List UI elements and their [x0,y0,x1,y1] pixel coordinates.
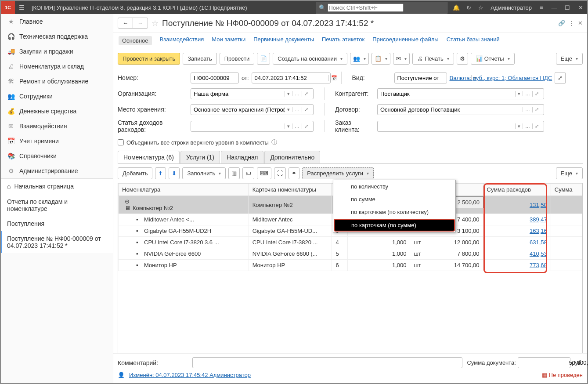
income-input[interactable] [194,123,285,130]
contr-input[interactable] [380,91,515,97]
nav-item[interactable]: 🎧Техническая поддержка [1,29,113,44]
maximize-button[interactable]: ☐ [561,4,574,11]
col-expenses[interactable]: Сумма расходов [483,184,551,196]
minimize-button[interactable]: — [548,4,561,11]
nav-item[interactable]: ★Главное [1,14,113,29]
barcode-button[interactable]: ▥ [228,167,240,179]
menu-by-cards-qty[interactable]: по карточкам (по количеству) [333,206,455,218]
settings-icon[interactable]: ≡ [535,4,548,11]
linkbar-item[interactable]: Статьи базы знаний [447,36,500,45]
expand-icon[interactable]: ⤢ [555,72,566,84]
expense-link[interactable]: 410,53 [530,250,547,257]
nav-item[interactable]: ⚙Администрирование [1,163,113,178]
forward-icon[interactable]: → [133,18,148,28]
linkbar-item[interactable]: Присоединенные файлы [372,36,439,45]
nav-item[interactable]: 💰Денежные средства [1,104,113,119]
col-name[interactable]: Номенклатура [119,184,249,196]
link-icon[interactable]: 🔗 [558,20,565,26]
expense-link[interactable]: 773,68 [530,262,547,268]
menu-by-cards-sum[interactable]: по карточкам (по сумме) [334,219,455,232]
expense-link[interactable]: 163,16 [530,228,547,234]
keyboard-button[interactable]: ⌨ [257,167,271,179]
users-icon-button[interactable]: 👥 [350,53,369,65]
expense-link[interactable]: 131,58 [530,202,547,208]
expand-button[interactable]: ⛶ [274,167,286,179]
linkbar-item[interactable]: Мои заметки [212,36,245,45]
nav-item[interactable]: ✉Взаимодействия [1,119,113,134]
close-button[interactable]: ✕ [574,4,587,11]
comment-input[interactable] [195,359,459,366]
nav-icon: 🖨 [7,63,15,70]
move-down-button[interactable]: ⬇ [169,167,180,179]
linkbar-item[interactable]: Печать этикеток [322,36,364,45]
info-icon[interactable]: ⓘ [271,138,277,146]
linkbar-item[interactable]: Основное [119,36,152,45]
expense-link[interactable]: 389,47 [530,216,547,223]
linkbar-item[interactable]: Взаимодействия [160,36,204,45]
content: ←→ ☆ Поступление № НФ00-000009 от 04.07.… [113,14,587,383]
doc-icon-button[interactable]: 📄 [257,53,270,65]
subtab[interactable]: Услуги (1) [180,151,220,163]
global-search[interactable]: 🔍 [316,2,447,14]
save-button[interactable]: Записать [183,53,217,65]
nav-item[interactable]: 🛠Ремонт и обслуживание [1,74,113,89]
nav-item[interactable]: 📅Учет времени [1,134,113,149]
tag-button[interactable]: 🏷 [242,167,254,179]
back-icon[interactable]: ← [118,18,133,28]
create-based-button[interactable]: Создать на основании [273,53,347,65]
table-row[interactable]: ▪CPU Intel Core i7-3820 3.6 ...CPU Intel… [119,237,582,248]
reports-button[interactable]: 📊 Отчеты [471,53,515,65]
distribute-button[interactable]: Распределить услуги [302,167,374,179]
col-card[interactable]: Карточка номенклатуры [249,184,332,196]
search-input[interactable] [328,4,404,12]
org-input[interactable] [194,91,285,97]
nav-back-forward[interactable]: ←→ [118,18,148,29]
table-more-button[interactable]: Еще [556,167,583,179]
bell-icon[interactable]: 🔔 [450,4,462,11]
subtab[interactable]: Дополнительно [264,151,320,163]
fill-button[interactable]: Заполнить [182,167,226,179]
table-row[interactable]: ▪Монитор HPМонитор HP61,000шт14 700,0077… [119,260,582,271]
copy-icon-button[interactable]: 📋 [372,53,390,65]
currency-link[interactable]: Валюта: руб., курс: 1; Облагается НДС [450,75,552,81]
subnav-open-doc[interactable]: Поступление № НФ00-000009 от 04.07.2023 … [1,231,113,253]
contract-input[interactable] [380,106,523,113]
menu-by-qty[interactable]: по количеству [333,180,455,193]
move-up-button[interactable]: ⬆ [155,167,166,179]
calendar-icon[interactable]: 📅 [328,75,339,81]
menu-icon[interactable]: ☰ [15,4,28,11]
nav-item[interactable]: 📚Справочники [1,149,113,163]
star-icon[interactable]: ☆ [475,4,487,11]
post-button[interactable]: Провести [220,53,255,65]
favorite-icon[interactable]: ☆ [152,18,159,28]
table-row[interactable]: ▪NVIDIA GeForce 6600NVIDIA GeForce 6600 … [119,248,582,260]
nav-item[interactable]: 👥Сотрудники [1,89,113,104]
history-icon[interactable]: ↻ [462,4,475,11]
subtab[interactable]: Номенклатура (6) [118,151,180,163]
post-close-button[interactable]: Провести и закрыть [118,53,180,65]
nav-item[interactable]: 🖨Номенклатура и склад [1,59,113,74]
combine-checkbox[interactable] [118,139,124,145]
changed-link[interactable]: Изменён: 04.07.2023 17:45:42 Администрат… [129,372,251,378]
linkbar-item[interactable]: Первичные документы [253,36,314,45]
nav-item[interactable]: 🚚Закупки и продажи [1,44,113,59]
expense-link[interactable]: 631,58 [530,239,547,246]
more-icon[interactable]: ⋮ [569,20,574,26]
close-tab-icon[interactable]: ✕ [578,20,583,26]
print-button[interactable]: 🖨 Печать [412,53,454,65]
subtab[interactable]: Накладная [221,151,263,163]
order-input[interactable] [380,123,515,130]
subnav-reports[interactable]: Отчеты по складам и номенклатуре [1,194,113,216]
date-input[interactable] [255,75,328,81]
store-input[interactable] [194,106,285,113]
subnav-receipts[interactable]: Поступления [1,216,113,231]
user-label[interactable]: Администратор [487,4,535,11]
more-button[interactable]: Еще [556,53,583,65]
home-link[interactable]: ⌂Начальная страница [1,179,113,194]
tune-icon-button[interactable]: ⚙ [457,53,468,65]
link-button[interactable]: ⚭ [289,167,299,179]
send-icon-button[interactable]: ✉ [393,53,410,65]
col-sum[interactable]: Сумма [551,184,582,196]
menu-by-sum[interactable]: по сумме [333,193,455,206]
add-button[interactable]: Добавить [118,167,152,179]
